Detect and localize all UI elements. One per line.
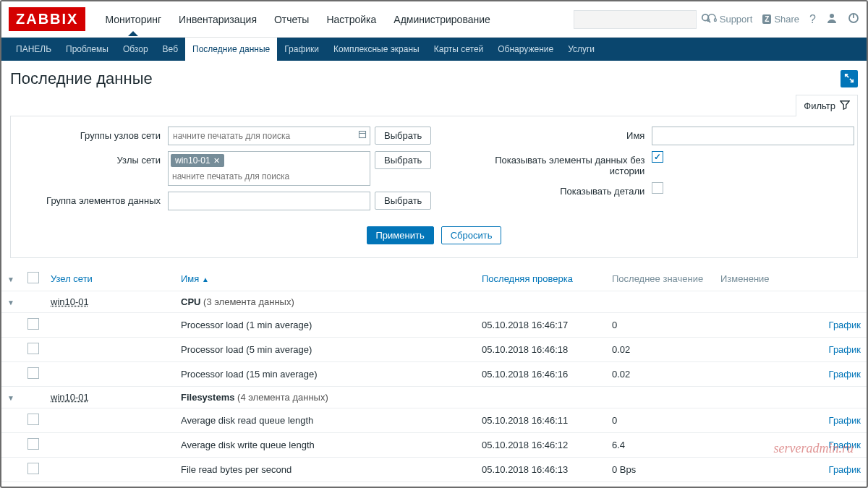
last-check-column-header[interactable]: Последняя проверка <box>482 273 573 284</box>
logout-button[interactable] <box>848 12 859 26</box>
main-nav-item[interactable]: Мониторинг <box>96 4 170 35</box>
item-last-check: 05.10.2018 16:46:14 <box>476 482 606 489</box>
name-input[interactable] <box>652 127 854 145</box>
subnav-item[interactable]: ПАНЕЛЬ <box>9 38 59 61</box>
close-icon[interactable]: ✕ <box>213 156 220 166</box>
row-checkbox[interactable] <box>27 414 39 425</box>
host-link[interactable]: win10-01 <box>51 296 89 307</box>
host-tag-label: win10-01 <box>175 155 210 166</box>
last-value-column-header: Последнее значение <box>612 273 703 284</box>
item-last-check: 05.10.2018 16:46:17 <box>476 313 606 338</box>
headset-icon <box>707 13 717 25</box>
fullscreen-button[interactable] <box>841 70 858 87</box>
item-last-value: 0 Bps <box>606 458 715 482</box>
support-label: Support <box>720 14 753 25</box>
funnel-icon <box>840 100 850 112</box>
item-last-value: 6.4 <box>606 433 715 458</box>
host-link[interactable]: win10-01 <box>51 392 89 403</box>
subnav-item[interactable]: Комплексные экраны <box>326 38 427 61</box>
subnav-item[interactable]: Карты сетей <box>427 38 491 61</box>
graph-link[interactable]: График <box>829 369 861 380</box>
item-name: Average disk write queue length <box>175 433 476 458</box>
subnav-item[interactable]: Последние данные <box>185 38 277 61</box>
item-change <box>715 338 816 362</box>
item-last-check: 05.10.2018 16:46:11 <box>476 408 606 433</box>
show-no-data-checkbox[interactable] <box>652 151 663 163</box>
main-nav-item[interactable]: Отчеты <box>265 4 318 35</box>
main-nav-item[interactable]: Администрирование <box>385 4 499 35</box>
subnav-item[interactable]: Графики <box>277 38 326 61</box>
item-last-value: 0.02 <box>606 338 715 362</box>
host-groups-multiselect[interactable] <box>168 127 370 145</box>
row-checkbox[interactable] <box>27 463 39 474</box>
help-icon: ? <box>809 13 816 26</box>
support-link[interactable]: Support <box>707 13 753 25</box>
filter-panel: Группы узлов сети Выбрать Узлы сети <box>10 116 858 258</box>
host-groups-label: Группы узлов сети <box>27 127 168 141</box>
reset-button[interactable]: Сбросить <box>441 226 502 244</box>
item-last-check: 05.10.2018 16:46:12 <box>476 433 606 458</box>
hosts-multiselect[interactable]: win10-01 ✕ <box>168 151 370 186</box>
host-column-header[interactable]: Узел сети <box>51 273 93 284</box>
graph-link[interactable]: График <box>829 320 861 330</box>
subnav-item[interactable]: Услуги <box>561 38 602 61</box>
global-search-input[interactable] <box>579 14 701 25</box>
filter-tab[interactable]: Фильтр <box>796 95 858 116</box>
host-groups-select-button[interactable]: Выбрать <box>375 127 431 145</box>
row-checkbox[interactable] <box>27 343 39 354</box>
row-checkbox[interactable] <box>27 367 39 379</box>
graph-link[interactable]: График <box>829 344 861 355</box>
global-search[interactable] <box>574 10 697 29</box>
item-count: (4 элемента данных) <box>237 392 328 403</box>
item-last-check: 05.10.2018 16:46:16 <box>476 362 606 387</box>
application-input[interactable] <box>168 192 370 210</box>
subnav-item[interactable]: Проблемы <box>59 38 116 61</box>
user-button[interactable] <box>826 12 838 26</box>
graph-link[interactable]: График <box>829 440 861 450</box>
sort-ascending-icon: ▲ <box>202 275 209 283</box>
table-row: Processor load (15 min average)05.10.201… <box>1 362 867 387</box>
main-nav-item[interactable]: Настройка <box>318 4 385 35</box>
svg-rect-2 <box>707 19 710 22</box>
hosts-select-button[interactable]: Выбрать <box>375 151 431 169</box>
apply-button[interactable]: Применить <box>367 226 434 244</box>
show-details-label: Показывать детали <box>460 182 652 197</box>
item-name: Average disk read queue length <box>175 408 476 433</box>
help-button[interactable]: ? <box>809 13 816 26</box>
table-row: Average disk write queue length05.10.201… <box>1 433 867 458</box>
page-title: Последние данные <box>10 69 153 88</box>
table-group-row: ▼win10-01Filesystems (4 элемента данных) <box>1 387 867 408</box>
table-row: File read bytes per second05.10.2018 16:… <box>1 458 867 482</box>
table-row: Average disk read queue length05.10.2018… <box>1 408 867 433</box>
show-details-checkbox[interactable] <box>652 182 663 194</box>
subnav-item[interactable]: Обзор <box>116 38 156 61</box>
svg-point-4 <box>830 14 834 18</box>
host-tag[interactable]: win10-01 ✕ <box>171 154 224 167</box>
row-checkbox[interactable] <box>27 318 39 330</box>
latest-data-table: ▼ Узел сети Имя ▲ Последняя проверка Пос… <box>1 267 867 488</box>
subnav-item[interactable]: Веб <box>156 38 185 61</box>
hosts-input[interactable] <box>171 170 367 183</box>
application-select-button[interactable]: Выбрать <box>375 192 431 210</box>
table-row: Processor load (5 min average)05.10.2018… <box>1 338 867 362</box>
item-name: Processor load (5 min average) <box>175 338 476 362</box>
select-all-checkbox[interactable] <box>27 272 39 283</box>
main-nav-item[interactable]: Инвентаризация <box>170 4 265 35</box>
graph-link[interactable]: График <box>829 415 861 426</box>
svg-rect-7 <box>359 132 366 138</box>
z-badge-icon: Z <box>762 14 771 24</box>
share-link[interactable]: Z Share <box>762 14 799 25</box>
row-checkbox[interactable] <box>27 438 39 450</box>
name-column-header[interactable]: Имя <box>181 273 199 284</box>
item-name: Processor load (15 min average) <box>175 362 476 387</box>
table-group-row: ▼win10-01CPU (3 элемента данных) <box>1 291 867 313</box>
subnav-item[interactable]: Обнаружение <box>490 38 561 61</box>
item-count: (3 элемента данных) <box>203 296 294 307</box>
share-label: Share <box>774 14 799 25</box>
group-caret[interactable]: ▼ <box>7 394 16 402</box>
host-groups-input[interactable] <box>171 129 367 142</box>
graph-link[interactable]: График <box>829 464 861 475</box>
collapse-all-caret[interactable]: ▼ <box>7 275 16 283</box>
group-caret[interactable]: ▼ <box>7 299 16 307</box>
table-row: File write bytes per second05.10.2018 16… <box>1 482 867 489</box>
